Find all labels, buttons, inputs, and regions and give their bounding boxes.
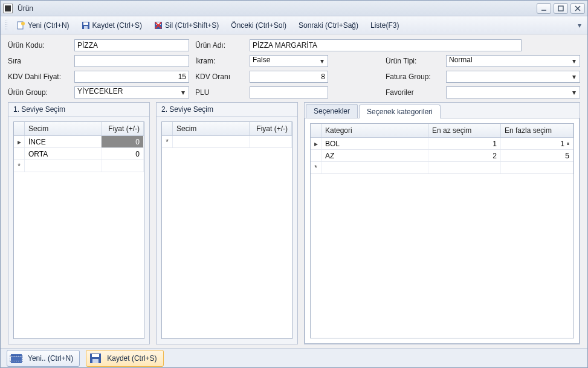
urun-kodu-input[interactable]	[74, 39, 189, 51]
toolbar-grip	[4, 20, 8, 31]
delete-label: Sil (Ctrl+Shift+S)	[165, 21, 219, 30]
fatura-group-label: Fatura Group:	[386, 73, 440, 81]
panel-secenekler: Seçenekler Seçenek kategorileri Kategori…	[304, 102, 580, 344]
kdv-orani-input[interactable]	[250, 71, 328, 83]
maximize-button[interactable]	[554, 3, 568, 14]
cell-enfazla[interactable]: 1▴▾	[501, 138, 573, 149]
cell-kategori[interactable]: BOL	[321, 138, 428, 149]
svg-rect-8	[84, 26, 88, 29]
plu-input[interactable]	[250, 86, 328, 98]
grid-row[interactable]: AZ 2 5	[311, 150, 573, 162]
row-indicator-icon: ▸	[311, 138, 321, 149]
sira-label: Sıra	[8, 57, 68, 65]
chevron-down-icon: ▾	[570, 73, 578, 81]
footer-save-label: Kaydet (Ctrl+S)	[107, 354, 157, 363]
chevron-down-icon: ▾	[179, 88, 187, 97]
urun-adi-label: Ürün Adı:	[195, 41, 244, 50]
cell-enaz[interactable]: 1	[428, 138, 501, 149]
svg-rect-19	[92, 359, 99, 363]
tabs: Seçenekler Seçenek kategorileri	[305, 103, 580, 118]
tab-panel: Kategori En az seçim En fazla seçim ▸ BO…	[305, 118, 580, 344]
cell-secim[interactable]: İNCE	[25, 136, 102, 147]
footer: Yeni.. (Ctrl+N) Kaydet (Ctrl+S)	[1, 348, 587, 367]
app-icon	[3, 4, 13, 13]
panel1-title: 1. Seviye Seçim	[8, 103, 149, 117]
urun-group-label: Ürün Group:	[8, 88, 68, 97]
urun-group-value: YİYECEKLER	[77, 87, 123, 95]
grid-new-row[interactable]: *	[311, 162, 573, 174]
chevron-down-icon: ▾	[318, 57, 326, 65]
cell-fiyat[interactable]: 0	[102, 136, 144, 147]
cell-secim[interactable]: ORTA	[25, 148, 102, 160]
close-button[interactable]	[570, 3, 585, 14]
col-secim[interactable]: Secim	[25, 122, 102, 135]
delete-button[interactable]: Sil (Ctrl+Shift+S)	[149, 19, 224, 32]
grid-seviye-1[interactable]: Secim Fiyat (+/-) ▸ İNCE 0 ORTA	[13, 121, 144, 339]
row-indicator-icon: ▸	[14, 136, 25, 147]
svg-point-5	[21, 22, 25, 25]
urun-tipi-combo[interactable]: Normal▾	[446, 55, 580, 67]
grid-row[interactable]: ORTA 0	[14, 148, 144, 160]
footer-new-button[interactable]: Yeni.. (Ctrl+N)	[7, 350, 80, 367]
panel-seviye-2: 2. Seviye Seçim Secim Fiyat (+/-) *	[156, 102, 298, 344]
col-enaz[interactable]: En az seçim	[428, 124, 501, 137]
ikram-value: False	[253, 56, 270, 64]
col-secim[interactable]: Secim	[173, 122, 250, 135]
window: Ürün Yeni (Ctrl+N) Kaydet (Ctrl+S) Sil (…	[0, 0, 588, 368]
toolbar-overflow[interactable]: ▾	[575, 21, 584, 30]
sira-input[interactable]	[74, 55, 189, 67]
svg-rect-1	[558, 6, 563, 11]
col-kategori[interactable]: Kategori	[321, 124, 428, 137]
col-fiyat[interactable]: Fiyat (+/-)	[102, 122, 144, 135]
delete-icon	[154, 21, 163, 30]
ikram-combo[interactable]: False▾	[250, 55, 328, 67]
save-icon	[89, 352, 102, 364]
plu-label: PLU	[195, 88, 244, 97]
cell-fiyat[interactable]: 0	[102, 148, 144, 160]
svg-rect-13	[11, 357, 22, 361]
minimize-button[interactable]	[537, 3, 551, 14]
new-row-icon: *	[311, 162, 321, 173]
cell-enaz[interactable]: 2	[428, 150, 501, 161]
save-button[interactable]: Kaydet (Ctrl+S)	[76, 19, 147, 32]
kdv-dahil-fiyat-input[interactable]	[74, 71, 189, 83]
grid-seviye-2[interactable]: Secim Fiyat (+/-) *	[161, 121, 292, 339]
list-button[interactable]: Liste(F3)	[365, 19, 404, 32]
grid-new-row[interactable]: *	[162, 136, 292, 148]
urun-kodu-label: Ürün Kodu:	[8, 41, 68, 50]
window-title: Ürün	[16, 4, 537, 13]
kdv-orani-label: KDV Oranı	[195, 73, 244, 81]
kdv-dahil-fiyat-label: KDV Dahil Fiyat:	[8, 73, 68, 81]
panel2-title: 2. Seviye Seçim	[157, 103, 297, 117]
urun-group-combo[interactable]: YİYECEKLER▾	[74, 86, 189, 98]
chevron-down-icon: ▾	[570, 88, 578, 97]
save-icon	[82, 21, 90, 30]
fatura-group-combo[interactable]: ▾	[446, 71, 580, 83]
grid-kategori[interactable]: Kategori En az seçim En fazla seçim ▸ BO…	[310, 123, 574, 338]
col-enfazla[interactable]: En fazla seçim	[501, 124, 573, 137]
prev-label: Önceki (Ctrl+Sol)	[231, 21, 286, 30]
footer-save-button[interactable]: Kaydet (Ctrl+S)	[86, 350, 163, 367]
favoriler-label: Favoriler	[386, 88, 440, 97]
col-fiyat[interactable]: Fiyat (+/-)	[250, 122, 292, 135]
new-icon	[10, 352, 23, 364]
tab-secenek-kategorileri[interactable]: Seçenek kategorileri	[359, 105, 441, 118]
footer-new-label: Yeni.. (Ctrl+N)	[28, 354, 73, 363]
grid-row[interactable]: ▸ BOL 1 1▴▾	[311, 138, 573, 150]
ikram-label: İkram:	[195, 57, 244, 65]
favoriler-combo[interactable]: ▾	[446, 86, 580, 98]
tab-secenekler[interactable]: Seçenekler	[306, 104, 358, 118]
cell-enfazla[interactable]: 5	[501, 150, 573, 161]
new-button[interactable]: Yeni (Ctrl+N)	[11, 19, 75, 32]
grid-row[interactable]: ▸ İNCE 0	[14, 136, 144, 148]
chevron-down-icon: ▾	[570, 57, 578, 65]
toolbar: Yeni (Ctrl+N) Kaydet (Ctrl+S) Sil (Ctrl+…	[1, 16, 587, 34]
prev-button[interactable]: Önceki (Ctrl+Sol)	[225, 19, 292, 32]
urun-adi-input[interactable]	[250, 39, 522, 51]
next-button[interactable]: Sonraki (Ctrl+Sağ)	[293, 19, 364, 32]
svg-rect-7	[83, 22, 88, 25]
grid-new-row[interactable]: *	[14, 160, 144, 172]
urun-tipi-value: Normal	[449, 56, 473, 64]
cell-kategori[interactable]: AZ	[321, 150, 428, 161]
titlebar: Ürün	[1, 1, 587, 16]
